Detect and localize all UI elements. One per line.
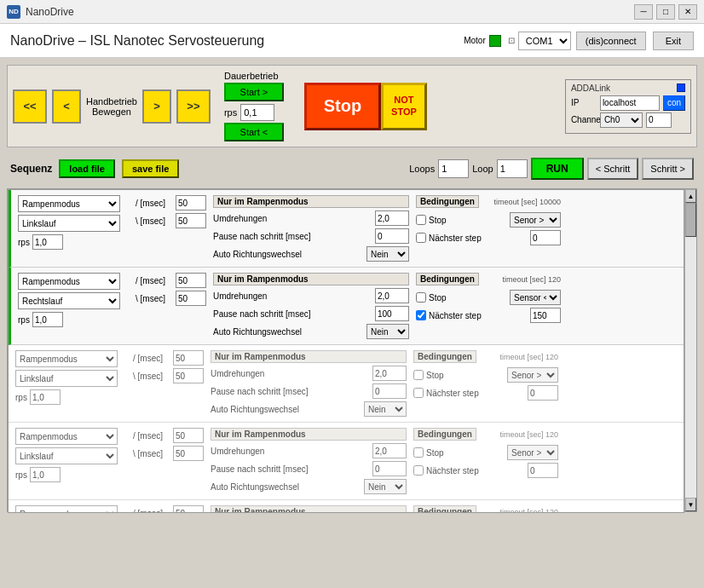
- rps-label: rps: [15, 470, 27, 480]
- bed-next-row: Nächster step: [416, 308, 561, 323]
- scrollbar[interactable]: ▲ ▼: [684, 189, 696, 511]
- start-fwd-button[interactable]: Start >: [224, 83, 284, 101]
- connect-button[interactable]: (dis)connect: [576, 32, 646, 50]
- bed-stop-checkbox[interactable]: [416, 292, 426, 303]
- start-back-button[interactable]: Start <: [224, 123, 284, 141]
- umdrehungen-input[interactable]: [375, 210, 409, 226]
- seq-ramp-section: Nur im Rampenmodus Umdrehungen Pause nac…: [211, 428, 407, 494]
- exit-button[interactable]: Exit: [653, 32, 694, 50]
- save-file-button[interactable]: save file: [122, 159, 179, 178]
- adda-section: ADDALink IP con Channel Ch0: [565, 79, 691, 134]
- auto-label: Auto Richtungswechsel: [213, 327, 364, 337]
- pause-input[interactable]: [375, 228, 409, 244]
- adda-ip-row: IP con: [571, 95, 685, 111]
- loops-label: Loops: [409, 164, 435, 174]
- msec-up-input[interactable]: [173, 428, 204, 443]
- rps-input[interactable]: [240, 104, 274, 121]
- load-file-button[interactable]: load file: [59, 159, 115, 178]
- msec-down-input[interactable]: [176, 291, 206, 306]
- seq-rows-container: Rampenmodus Linkslauf rps / [msec] \ [ms…: [8, 189, 684, 513]
- bed-next-checkbox[interactable]: [416, 310, 426, 320]
- msec-down-input[interactable]: [173, 368, 204, 383]
- adda-connect-button[interactable]: con: [663, 95, 685, 111]
- pause-input[interactable]: [372, 383, 407, 399]
- mode-select[interactable]: Rampenmodus: [18, 273, 120, 290]
- bed-stop-select[interactable]: Senor >: [507, 445, 558, 460]
- ramp-title: Nur im Rampenmodus: [211, 505, 407, 513]
- bed-value-input[interactable]: [528, 463, 558, 478]
- move-fwd-fast-button[interactable]: >>: [176, 89, 211, 124]
- msec-down-input[interactable]: [176, 213, 206, 228]
- msec-down-label: \ [msec]: [136, 216, 173, 226]
- umdrehungen-input[interactable]: [372, 443, 407, 458]
- minimize-button[interactable]: ─: [634, 4, 653, 20]
- title-bar-title: NanoDrive: [26, 6, 634, 18]
- move-fwd-button[interactable]: >: [142, 89, 171, 124]
- auto-select[interactable]: Nein: [366, 246, 409, 262]
- bed-title: Bedingungen: [413, 428, 476, 441]
- pause-label: Pause nach schritt [msec]: [211, 387, 370, 396]
- adda-channel-select[interactable]: Ch0: [600, 112, 643, 128]
- loops-input[interactable]: [438, 159, 469, 178]
- auto-row: Auto Richtungswechsel Nein: [211, 401, 407, 417]
- pause-input[interactable]: [372, 461, 407, 476]
- bed-stop-select[interactable]: Senor >: [510, 212, 561, 228]
- schritt-back-button[interactable]: < Schritt: [587, 158, 639, 180]
- not-stop-button[interactable]: NOT STOP: [381, 83, 427, 130]
- umdrehungen-label: Umdrehungen: [211, 447, 370, 456]
- close-button[interactable]: ✕: [678, 4, 697, 20]
- window-controls: ─ □ ✕: [634, 4, 697, 20]
- umdrehungen-input[interactable]: [375, 288, 409, 303]
- schritt-fwd-button[interactable]: Schritt >: [642, 158, 694, 180]
- mode-select[interactable]: Rampenmodus: [15, 428, 118, 445]
- rps-value-input[interactable]: [32, 234, 63, 250]
- mode-select[interactable]: Rampenmodus: [18, 195, 120, 212]
- move-back-button[interactable]: <: [52, 89, 81, 124]
- bed-next-checkbox[interactable]: [413, 388, 424, 398]
- umdrehungen-input[interactable]: [372, 366, 407, 381]
- rps-value-input[interactable]: [30, 467, 61, 482]
- bed-stop-checkbox[interactable]: [413, 447, 424, 458]
- adda-value-input[interactable]: [646, 112, 672, 128]
- com-port-select[interactable]: COM1: [518, 32, 571, 50]
- direction-select[interactable]: Linkslauf: [15, 447, 118, 464]
- stop-section: Stop NOT STOP: [304, 83, 427, 130]
- move-back-fast-button[interactable]: <<: [13, 89, 47, 124]
- stop-button[interactable]: Stop: [304, 83, 381, 130]
- auto-select[interactable]: Nein: [364, 401, 407, 417]
- auto-select[interactable]: Nein: [364, 479, 407, 494]
- auto-row: Auto Richtungswechsel Nein: [211, 479, 407, 494]
- bed-stop-checkbox[interactable]: [416, 215, 426, 225]
- msec-up-input[interactable]: [176, 195, 206, 210]
- direction-select[interactable]: Linkslauf: [15, 370, 118, 387]
- bed-value-input[interactable]: [530, 308, 561, 323]
- msec-up-input[interactable]: [173, 505, 204, 513]
- bed-stop-checkbox[interactable]: [413, 370, 424, 380]
- bed-value-input[interactable]: [528, 385, 558, 401]
- direction-select[interactable]: Linkslauf: [18, 215, 120, 232]
- rps-value-input[interactable]: [32, 312, 63, 327]
- table-row: Rampenmodus Linkslauf rps / [msec] \ [ms…: [9, 500, 684, 513]
- direction-select[interactable]: Rechtslauf: [18, 292, 120, 309]
- bed-value-input[interactable]: [530, 230, 561, 245]
- scroll-up-button[interactable]: ▲: [685, 189, 696, 203]
- msec-down-input[interactable]: [173, 446, 204, 461]
- mode-select[interactable]: Rampenmodus: [15, 505, 118, 513]
- bed-next-checkbox[interactable]: [413, 465, 424, 476]
- loop-input[interactable]: [497, 159, 528, 178]
- scroll-track: [685, 203, 696, 498]
- scroll-thumb[interactable]: [685, 203, 696, 237]
- bed-stop-select[interactable]: Senor >: [507, 367, 558, 383]
- adda-ip-input[interactable]: [600, 95, 660, 111]
- rps-value-input[interactable]: [30, 389, 61, 405]
- bed-next-checkbox[interactable]: [416, 233, 426, 243]
- maximize-button[interactable]: □: [656, 4, 675, 20]
- run-button[interactable]: RUN: [531, 158, 584, 180]
- msec-up-input[interactable]: [176, 273, 206, 288]
- msec-up-input[interactable]: [173, 350, 204, 366]
- auto-select[interactable]: Nein: [366, 324, 409, 339]
- scroll-down-button[interactable]: ▼: [685, 498, 696, 511]
- pause-input[interactable]: [375, 306, 409, 321]
- bed-stop-select[interactable]: Sensor <: [510, 290, 561, 305]
- mode-select[interactable]: Rampenmodus: [15, 350, 118, 367]
